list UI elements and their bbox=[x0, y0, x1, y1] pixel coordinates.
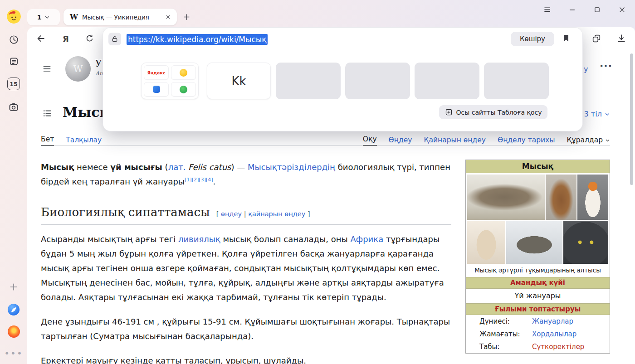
window-menu-icon[interactable] bbox=[543, 5, 551, 14]
cat-photo[interactable] bbox=[467, 175, 545, 220]
tab-edit[interactable]: Өңдеу bbox=[389, 136, 412, 146]
chevron-down-icon bbox=[605, 138, 610, 143]
bookmark-icon[interactable] bbox=[562, 34, 572, 44]
wikipedia-logo[interactable]: W bbox=[65, 56, 91, 82]
green-service-icon[interactable] bbox=[171, 82, 196, 97]
account-link-partial[interactable]: у bbox=[584, 65, 588, 73]
wiki-link[interactable]: Африка bbox=[350, 234, 383, 244]
add-to-tablo-label: Осы сайтты Таблоға қосу bbox=[456, 109, 542, 116]
yandex-icon[interactable]: Я bbox=[60, 33, 72, 44]
wiki-link[interactable]: ливиялық bbox=[178, 234, 220, 244]
infobox-row: Жамағаты: Хордалылар bbox=[466, 328, 610, 340]
infobox-status-header: Амандық күйі bbox=[466, 277, 610, 289]
yandex-browser-icon[interactable] bbox=[7, 303, 20, 316]
paragraph: Дене ұзындығы 46-191 см , құйрығы 15-91 … bbox=[41, 315, 451, 344]
new-tab-button[interactable] bbox=[181, 11, 192, 23]
wiki-link[interactable]: Мысықтәрізділердің bbox=[248, 162, 335, 172]
browser-sidebar: 15 ••• bbox=[0, 27, 27, 364]
tab-talk[interactable]: Талқылау bbox=[66, 136, 102, 146]
paragraph: Асыранды мысықтың арғы тегі ливиялық мыс… bbox=[41, 232, 451, 305]
flame-icon[interactable] bbox=[7, 325, 20, 338]
tab-read[interactable]: Оқу bbox=[363, 135, 377, 146]
close-button[interactable] bbox=[618, 5, 626, 14]
reload-icon[interactable] bbox=[83, 33, 95, 44]
sidebar-add-icon[interactable] bbox=[7, 281, 20, 293]
reference-link[interactable]: [2] bbox=[192, 177, 199, 183]
wikipedia-favicon: W bbox=[70, 13, 78, 21]
scrollbar-thumb[interactable] bbox=[630, 53, 633, 185]
history-icon[interactable] bbox=[7, 33, 20, 46]
empty-tile bbox=[484, 63, 549, 99]
smiley-service-icon[interactable] bbox=[171, 65, 196, 80]
reference-link[interactable]: [4] bbox=[206, 177, 213, 183]
titlebar: 1 W Мысық — Уикипедия bbox=[0, 0, 635, 27]
lock-icon[interactable] bbox=[108, 33, 121, 45]
infobox-title: Мысық bbox=[466, 160, 610, 173]
site-tile-label: Kk bbox=[231, 74, 246, 88]
extensions-icon[interactable] bbox=[591, 33, 602, 44]
reference-link[interactable]: [1] bbox=[185, 177, 192, 183]
browser-tab[interactable]: W Мысық — Уикипедия bbox=[64, 9, 177, 25]
reference-link[interactable]: [3] bbox=[199, 177, 206, 183]
empty-tile bbox=[345, 63, 410, 99]
url-input[interactable]: https://kk.wikipedia.org/wiki/Мысық bbox=[127, 34, 268, 45]
tab-close-icon[interactable] bbox=[163, 13, 172, 22]
copy-url-button[interactable]: Көшіру bbox=[511, 32, 554, 46]
wiki-link[interactable]: қайнарын өңдеу bbox=[248, 210, 305, 218]
blue-service-icon[interactable] bbox=[144, 82, 169, 97]
infobox-row-label: Жамағаты: bbox=[479, 330, 532, 338]
add-to-tablo-button[interactable]: Осы сайтты Таблоға қосу bbox=[439, 105, 547, 119]
empty-tile bbox=[415, 63, 479, 99]
tab-title: Мысық — Уикипедия bbox=[82, 14, 159, 21]
plus-square-icon bbox=[445, 108, 453, 116]
wiki-link[interactable]: Сүткоректілер bbox=[532, 343, 584, 351]
minimize-button[interactable] bbox=[568, 5, 576, 14]
wiki-menu-icon[interactable] bbox=[42, 64, 52, 73]
infobox: Мысық Мысық әртүрлі тұқымдарының алтысы … bbox=[465, 160, 610, 354]
paragraph-lead: Мысық немесе үй мысығы (лат. Felis catus… bbox=[41, 160, 451, 189]
cat-photo[interactable] bbox=[577, 175, 608, 220]
infobox-row: Табы: Сүткоректілер bbox=[466, 340, 610, 353]
cat-photo[interactable] bbox=[546, 175, 576, 220]
pages-icon[interactable] bbox=[7, 55, 20, 68]
tabs-divider bbox=[41, 146, 610, 146]
contents-icon[interactable] bbox=[42, 108, 52, 118]
more-dots-icon[interactable]: ••• bbox=[7, 347, 20, 359]
page-tabs-row: Бет Талқылау Оқу Өңдеу Қайнарын өңдеу Өң… bbox=[41, 136, 610, 146]
wiki-link[interactable]: лат. bbox=[168, 162, 186, 172]
browser-main-area: Я W УИКИПЕДИЯ Ашық энциклопедия у ··· Мы… bbox=[27, 27, 635, 364]
back-icon[interactable] bbox=[35, 33, 47, 44]
cat-photo[interactable] bbox=[563, 221, 608, 264]
chevron-down-icon bbox=[44, 15, 50, 20]
infobox-classification-header: Ғылыми топтастыруы bbox=[466, 303, 610, 315]
url-text[interactable]: https://kk.wikipedia.org/wiki/Мысық bbox=[127, 34, 268, 45]
yandex-services-grid: Яндекс bbox=[142, 63, 198, 99]
tab-group-count: 1 bbox=[37, 14, 42, 21]
yandex-search-tile[interactable]: Яндекс bbox=[144, 65, 169, 80]
tab-history[interactable]: Өңделу тарихы bbox=[498, 136, 555, 146]
paragraph: Еркектері мауығу кезінде қатты таласып, … bbox=[41, 354, 451, 364]
wiki-link[interactable]: өңдеу bbox=[221, 210, 242, 218]
infobox-image-grid bbox=[466, 173, 610, 265]
tab-group-pill[interactable]: 1 bbox=[27, 9, 60, 25]
plus-icon bbox=[183, 13, 190, 21]
wiki-more-icon[interactable]: ··· bbox=[600, 60, 612, 71]
shortcut-tile-yandex[interactable]: Яндекс bbox=[141, 63, 199, 99]
wiki-link[interactable]: Жануарлар bbox=[532, 317, 573, 325]
tab-counter-badge[interactable]: 15 bbox=[7, 78, 20, 90]
download-icon[interactable] bbox=[615, 33, 627, 44]
section-edit-links: [ өңдеу | қайнарын өңдеу ] bbox=[216, 206, 310, 222]
site-tile-kk[interactable]: Kk bbox=[207, 63, 271, 99]
section-heading: Биологиялық сипаттамасы [ өңдеу | қайнар… bbox=[41, 204, 451, 225]
maximize-button[interactable] bbox=[593, 5, 601, 14]
tab-tools[interactable]: Құралдар bbox=[567, 136, 610, 146]
wiki-link[interactable]: Хордалылар bbox=[532, 330, 576, 338]
profile-avatar[interactable] bbox=[7, 10, 21, 24]
screenshot-icon[interactable] bbox=[7, 101, 20, 113]
cat-photo[interactable] bbox=[506, 221, 562, 264]
tab-edit-source[interactable]: Қайнарын өңдеу bbox=[424, 136, 486, 146]
tab-page[interactable]: Бет bbox=[41, 135, 54, 146]
cat-photo[interactable] bbox=[467, 221, 505, 264]
language-selector[interactable]: 3 тіл bbox=[584, 110, 610, 118]
infobox-status-value: Үй жануары bbox=[466, 289, 610, 303]
